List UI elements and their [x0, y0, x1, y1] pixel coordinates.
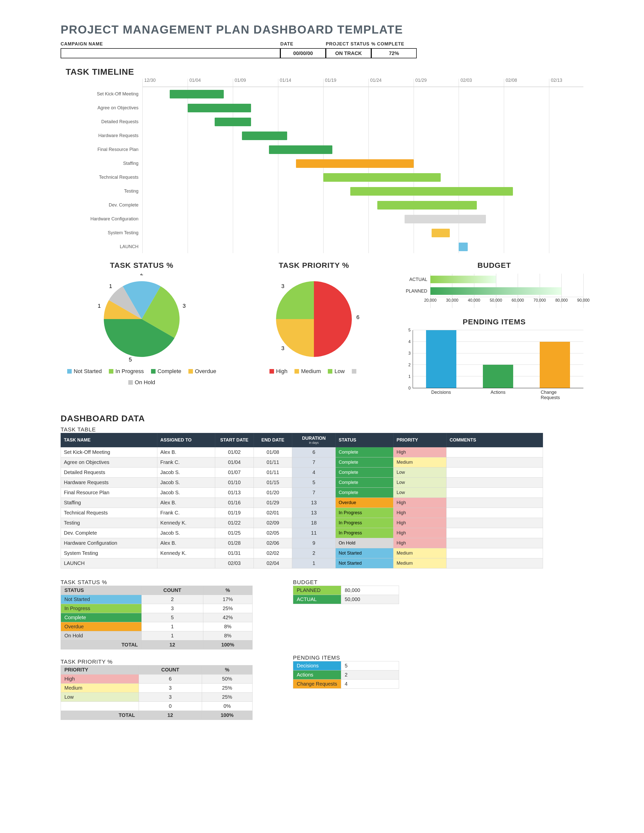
table-cell: 18	[292, 518, 336, 528]
table-row: Medium325%	[61, 683, 253, 693]
table-cell: 9	[292, 538, 336, 548]
table-cell: 01/04	[215, 457, 254, 468]
table-cell: 3	[138, 693, 202, 702]
table-row: Decisions5	[293, 661, 399, 671]
pie-value-label: 1	[109, 283, 112, 289]
table-cell: Low	[393, 468, 446, 478]
task-table: TASK NAMEASSIGNED TOSTART DATEEND DATEDU…	[61, 433, 543, 568]
table-cell: 01/02	[215, 447, 254, 457]
task-table-header: START DATE	[215, 433, 254, 447]
table-cell: Kennedy K.	[157, 518, 215, 528]
table-cell: 01/11	[254, 468, 292, 478]
budget-axis-tick: 50,000	[490, 298, 502, 303]
table-cell	[61, 702, 139, 711]
table-row: Low325%	[61, 693, 253, 702]
table-cell	[446, 518, 543, 528]
legend-item: Overdue	[188, 368, 216, 375]
table-cell: Actions	[293, 671, 341, 680]
dashboard-data-title: DASHBOARD DATA	[61, 413, 583, 423]
budget-table: PLANNED80,000ACTUAL50,000	[293, 585, 399, 604]
legend-item: In Progress	[109, 368, 144, 375]
legend-swatch	[67, 369, 72, 373]
date-value[interactable]: 00/00/00	[280, 48, 326, 58]
table-cell: 5	[341, 661, 399, 671]
table-cell: Staffing	[61, 498, 157, 508]
gantt-row: Final Resource Plan	[142, 143, 583, 156]
task-status-panel: TASK STATUS % 23511 Not StartedIn Progre…	[61, 261, 223, 386]
mini-header: %	[202, 666, 252, 674]
budget-bar	[430, 276, 496, 283]
pending-x-label: Decisions	[431, 390, 451, 395]
pending-y-tick: 3	[408, 351, 411, 356]
pending-y-tick: 4	[408, 339, 411, 344]
table-cell: 25%	[203, 604, 252, 613]
table-cell: High	[393, 518, 446, 528]
gantt-task-label: LAUNCH	[63, 244, 138, 249]
table-cell: 3	[138, 683, 202, 693]
table-row: Hardware ConfigurationAlex B.01/2802/069…	[61, 538, 543, 548]
table-cell: 01/11	[254, 457, 292, 468]
table-cell: High	[393, 447, 446, 457]
task-table-header: TASK NAME	[61, 433, 157, 447]
table-cell: High	[393, 508, 446, 518]
table-cell: 7	[292, 457, 336, 468]
table-cell: Complete	[336, 478, 393, 488]
campaign-value[interactable]	[61, 48, 280, 58]
table-row: ACTUAL50,000	[293, 595, 399, 604]
table-cell: 01/22	[215, 518, 254, 528]
table-cell: 7	[292, 488, 336, 498]
table-cell: 8%	[203, 622, 252, 631]
legend-swatch	[295, 369, 299, 373]
legend-item: High	[269, 368, 287, 375]
table-cell: PLANNED	[293, 586, 341, 595]
gantt-bar	[459, 243, 468, 251]
table-cell	[446, 488, 543, 498]
pie-value-label: 6	[356, 314, 359, 320]
task-status-legend: Not StartedIn ProgressCompleteOverdueOn …	[61, 368, 223, 386]
task-priority-pie: 633	[261, 273, 367, 365]
table-row: High650%	[61, 674, 253, 683]
pending-y-tick: 2	[408, 363, 411, 367]
table-total-row: TOTAL12100%	[61, 640, 253, 650]
table-cell: Technical Requests	[61, 508, 157, 518]
table-cell: Alex B.	[157, 538, 215, 548]
gantt-bar	[242, 132, 287, 140]
legend-swatch	[269, 369, 274, 373]
budget-axis-tick: 90,000	[577, 298, 590, 303]
status-value[interactable]: ON TRACK	[326, 48, 371, 58]
gantt-row: System Testing	[142, 226, 583, 240]
budget-table-label: BUDGET	[293, 579, 399, 585]
pending-bar	[540, 342, 570, 388]
table-cell: 01/25	[215, 528, 254, 538]
pending-x-label: Change Requests	[541, 390, 569, 400]
table-cell: 4	[341, 680, 399, 688]
table-row: LAUNCH02/0302/041Not StartedMedium	[61, 558, 543, 568]
table-cell: 50,000	[341, 595, 399, 604]
table-cell: High	[393, 538, 446, 548]
table-cell: Low	[61, 693, 139, 702]
table-cell: 01/28	[215, 538, 254, 548]
table-cell: Complete	[336, 488, 393, 498]
pending-y-tick: 0	[408, 386, 411, 391]
task-table-header: END DATE	[254, 433, 292, 447]
section-timeline: TASK TIMELINE	[66, 67, 583, 77]
legend-label: Not Started	[74, 368, 102, 375]
table-cell: System Testing	[61, 548, 157, 558]
gantt-bar	[296, 159, 414, 168]
table-cell: Alex B.	[157, 447, 215, 457]
table-cell: 02/03	[215, 558, 254, 568]
budget-title: BUDGET	[405, 261, 583, 270]
task-table-header: ASSIGNED TO	[157, 433, 215, 447]
table-cell: Hardware Configuration	[61, 538, 157, 548]
table-cell: 6	[138, 674, 202, 683]
table-row: In Progress325%	[61, 604, 253, 613]
pct-value[interactable]: 72%	[371, 48, 417, 58]
mini-header: %	[203, 586, 252, 595]
table-cell	[446, 457, 543, 468]
table-cell: Alex B.	[157, 498, 215, 508]
table-cell: ACTUAL	[293, 595, 341, 604]
task-table-header: COMMENTS	[446, 433, 543, 447]
table-row: Actions2	[293, 671, 399, 680]
gantt-bar	[188, 104, 251, 113]
table-cell: Hardware Requests	[61, 478, 157, 488]
